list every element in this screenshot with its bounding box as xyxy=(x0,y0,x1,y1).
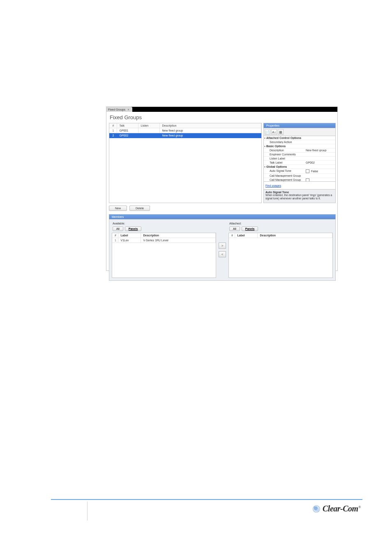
properties-toolbar: 📄 A↓ ▦ xyxy=(263,128,336,136)
close-icon[interactable]: × xyxy=(127,108,130,111)
attached-column: Attached: All Panels # Label Description xyxy=(228,222,333,278)
cell-idx: 1 xyxy=(112,238,118,243)
grid-button-row: New Delete xyxy=(106,203,337,213)
prop-secondary-action: Secondary Action xyxy=(270,141,306,143)
col-label[interactable]: Label xyxy=(118,233,141,238)
members-body: Available: All Panels # Label Descriptio… xyxy=(109,219,336,281)
cell-listen xyxy=(138,133,159,138)
col-desc[interactable]: Description xyxy=(159,123,261,128)
grid-header-row: # Talk Listen Description xyxy=(109,123,261,128)
page-title: Fixed Groups xyxy=(106,112,337,123)
col-idx[interactable]: # xyxy=(112,233,118,238)
col-desc[interactable]: Description xyxy=(257,233,332,238)
properties-panel: Properties 📄 A↓ ▦ Attached Control Optio… xyxy=(263,123,336,203)
col-idx[interactable]: # xyxy=(229,233,235,238)
filter-panels-button[interactable]: Panels xyxy=(125,227,142,231)
delete-button[interactable]: Delete xyxy=(129,206,150,211)
find-usages-link[interactable]: Find usages xyxy=(265,184,281,187)
col-desc[interactable]: Description xyxy=(141,233,216,238)
cell-num: 2 xyxy=(109,133,117,138)
footer-divider xyxy=(51,499,362,500)
col-num[interactable]: # xyxy=(109,123,117,128)
prop-auto-signal-tone-value[interactable]: False xyxy=(311,170,318,173)
find-usages-box: Find usages xyxy=(263,182,336,190)
logo-mark-icon xyxy=(313,505,320,513)
attached-label: Attached: xyxy=(229,222,333,225)
properties-grid[interactable]: Attached Control Options Secondary Actio… xyxy=(263,136,336,182)
tab-fixed-groups[interactable]: Fixed Groups × xyxy=(106,107,132,112)
properties-pages-icon[interactable]: ▦ xyxy=(278,129,284,135)
app-window: Fixed Groups × Fixed Groups # Talk Liste… xyxy=(106,106,338,271)
property-help: Auto Signal Tone When enabled, the desti… xyxy=(263,190,336,203)
prop-talk-label: Talk Label xyxy=(270,161,306,164)
available-label: Available: xyxy=(113,222,216,225)
prop-cmg2: Call Management Group xyxy=(270,178,306,182)
section-attached: Attached Control Options xyxy=(266,136,302,139)
prop-talk-label-value[interactable]: GP002 xyxy=(306,161,334,164)
new-button[interactable]: New xyxy=(109,206,127,211)
cell-label: V1Lev xyxy=(118,238,141,243)
table-row[interactable]: 2 GP002 New fixed group xyxy=(109,133,261,138)
cell-desc: V-Series 1RU Lever xyxy=(141,238,216,243)
brand-logo: Clear-Com® xyxy=(313,504,361,513)
available-list[interactable]: # Label Description 1 V1Lev V-Series 1RU… xyxy=(112,233,216,278)
available-column: Available: All Panels # Label Descriptio… xyxy=(112,222,216,278)
checkbox-icon[interactable] xyxy=(306,178,309,182)
filter-all-button[interactable]: All xyxy=(113,227,123,231)
attached-list[interactable]: # Label Description xyxy=(228,233,333,278)
prop-listen-label: Listen Label xyxy=(270,157,306,160)
cell-desc: New fixed group xyxy=(159,133,261,138)
cell-talk: GP001 xyxy=(117,128,138,133)
footer-vdivider xyxy=(87,502,88,520)
add-button[interactable]: > xyxy=(219,243,226,249)
transfer-arrows: > < xyxy=(219,222,226,278)
cell-listen xyxy=(138,128,159,133)
cell-num: 1 xyxy=(109,128,117,133)
col-talk[interactable]: Talk xyxy=(117,123,138,128)
remove-button[interactable]: < xyxy=(219,251,226,257)
categorize-icon[interactable]: 📄 xyxy=(265,129,270,135)
members-header: Members xyxy=(109,214,336,219)
prop-description: Description xyxy=(270,149,306,152)
filter-all-button[interactable]: All xyxy=(229,227,240,231)
col-listen[interactable]: Listen xyxy=(138,123,159,128)
brand-name: Clear-Com xyxy=(323,504,358,513)
prop-description-value[interactable]: New fixed group xyxy=(306,149,334,152)
cell-talk: GP002 xyxy=(117,133,138,138)
prop-eng-comments: Engineer Comments xyxy=(270,153,306,156)
checkbox-icon[interactable] xyxy=(306,169,309,173)
filter-panels-button[interactable]: Panels xyxy=(242,227,258,231)
chevron-right-icon: > xyxy=(221,244,224,247)
prop-auto-signal-tone: Auto Signal Tone xyxy=(270,169,306,173)
table-row[interactable]: 1 GP001 New fixed group xyxy=(109,128,261,133)
section-global: Global Options xyxy=(266,165,302,168)
help-title: Auto Signal Tone xyxy=(265,191,334,194)
section-basic: Basic Options xyxy=(266,145,302,148)
list-item[interactable]: 1 V1Lev V-Series 1RU Lever xyxy=(112,238,216,243)
sort-az-icon[interactable]: A↓ xyxy=(271,129,277,135)
col-label[interactable]: Label xyxy=(235,233,257,238)
groups-grid: # Talk Listen Description 1 GP001 New fi… xyxy=(109,123,262,203)
tab-strip: Fixed Groups × xyxy=(106,107,337,112)
registered-icon: ® xyxy=(358,505,361,509)
cell-desc: New fixed group xyxy=(159,128,261,133)
properties-title: Properties xyxy=(263,123,336,128)
tab-label: Fixed Groups xyxy=(108,108,125,111)
prop-cmg1: Call Management Group xyxy=(270,174,306,177)
help-text: When enabled, the destination panel 'rin… xyxy=(265,194,334,200)
chevron-left-icon: < xyxy=(221,252,224,256)
